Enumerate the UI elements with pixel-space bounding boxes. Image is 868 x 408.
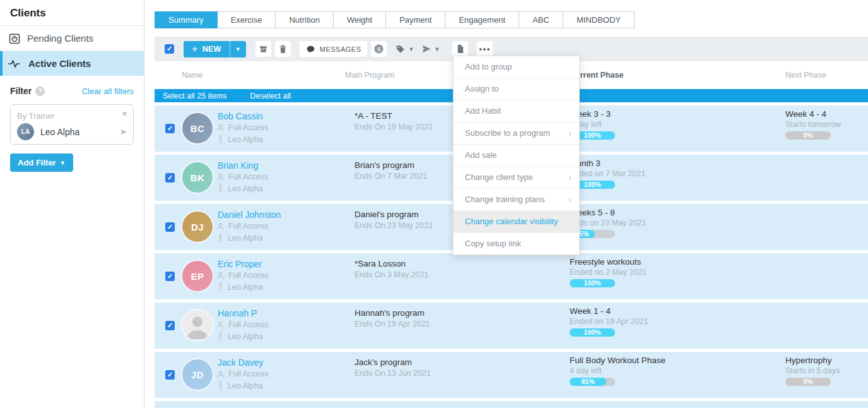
caret-down-icon: ▼ [434, 46, 440, 52]
client-name-link[interactable]: Bob Cassin [218, 111, 263, 121]
menu-item-change-client-type[interactable]: Change client type› [454, 167, 579, 189]
client-name-link[interactable]: Eric Proper [218, 259, 262, 269]
phase-title: Week 1 - 4 [570, 306, 611, 316]
menu-item-add-sale[interactable]: Add sale [454, 145, 579, 167]
tab-nutrition[interactable]: Nutrition [275, 11, 333, 28]
row-checkbox[interactable]: ✓ [165, 173, 175, 183]
menu-item-add-to-group[interactable]: Add to group [454, 56, 579, 78]
avatar[interactable]: BK [182, 162, 213, 193]
page-title: Clients [0, 0, 144, 26]
menu-item-change-training-plans[interactable]: Change training plans› [454, 189, 579, 211]
progress-bar: 0% [785, 378, 831, 386]
menu-item-assign-to[interactable]: Assign to [454, 78, 579, 100]
tab-exercise[interactable]: Exercise [217, 11, 276, 28]
menu-item-change-calendar-visibility[interactable]: Change calendar visibility [454, 211, 579, 233]
client-row: ✓EPEric ProperFull AccessLeo Alpha*Sara … [155, 253, 868, 299]
avatar[interactable]: BC [182, 113, 213, 143]
trash-icon [279, 44, 287, 54]
tab-payment[interactable]: Payment [385, 11, 445, 28]
deselect-all-link[interactable]: Deselect all [250, 92, 291, 100]
phase-subtitle: Ends on 23 May 2021 [570, 219, 647, 227]
avatar[interactable] [182, 310, 213, 340]
tab-engagement[interactable]: Engagement [445, 11, 519, 28]
more-button[interactable]: ••• [477, 41, 493, 57]
avatar[interactable]: EP [182, 261, 213, 291]
messages-button[interactable]: MESSAGES [300, 41, 368, 57]
remove-filter-icon[interactable]: × [122, 108, 127, 119]
person-icon [216, 321, 225, 329]
tab-weight[interactable]: Weight [333, 11, 386, 28]
main-program-title: Hannah's program [355, 308, 425, 318]
messages-button-label: MESSAGES [320, 45, 361, 53]
sidebar-item-pending-clients[interactable]: Pending Clients [0, 26, 144, 51]
phase-title: Freestyle workouts [570, 257, 641, 267]
client-access-label: Full Access [228, 369, 268, 378]
column-header-next-phase[interactable]: Next Phase [785, 71, 826, 80]
client-trainer-label: Leo Alpha [228, 332, 263, 341]
person-icon [216, 173, 225, 181]
tags-button[interactable]: ▼ [396, 44, 414, 54]
help-icon[interactable]: ? [35, 87, 45, 96]
clients-sidebar: Clients Pending Clients Active Clients F… [0, 0, 144, 408]
trainer-filter-card[interactable]: By Trainer × LA Leo Alpha ▶ [10, 104, 134, 145]
trainer-figure-icon [217, 381, 224, 390]
trainer-filter-value-row[interactable]: LA Leo Alpha ▶ [17, 123, 127, 140]
column-header-name[interactable]: Name [182, 71, 202, 80]
select-all-items-link[interactable]: Select all 25 items [163, 92, 226, 100]
phase-subtitle: Ended on 2 May 2021 [570, 268, 647, 277]
person-icon [216, 222, 225, 231]
client-name-link[interactable]: Hannah P [218, 308, 257, 318]
menu-item-label: Change client type [465, 172, 533, 182]
new-button[interactable]: + NEW [184, 41, 230, 57]
placeholder-avatar-icon [182, 310, 213, 340]
delete-button[interactable] [275, 41, 291, 57]
sidebar-item-label: Pending Clients [27, 33, 93, 44]
avatar[interactable]: DJ [182, 212, 213, 242]
clear-all-filters-link[interactable]: Clear all filters [82, 87, 134, 96]
menu-item-subscribe-to-a-program[interactable]: Subscribe to a program› [454, 123, 579, 145]
send-button[interactable]: ▼ [421, 44, 440, 54]
client-name-link[interactable]: Jack Davey [218, 357, 263, 368]
tab-summary[interactable]: Summary [155, 11, 218, 28]
client-access-label: Full Access [228, 123, 268, 132]
client-trainer: Leo Alpha [217, 332, 263, 341]
menu-item-add-habit[interactable]: Add Habit [454, 100, 579, 123]
main-program-title: Brian's program [355, 160, 414, 170]
pending-clients-icon [8, 32, 21, 45]
menu-item-copy-setup-link[interactable]: Copy setup link [454, 233, 579, 255]
client-name-link[interactable]: Daniel Johnston [218, 210, 281, 220]
progress-bar: 81% [570, 378, 615, 386]
row-checkbox[interactable]: ✓ [165, 222, 175, 232]
submenu-chevron-icon: › [568, 167, 572, 188]
row-checkbox[interactable]: ✓ [165, 370, 175, 380]
client-trainer-label: Leo Alpha [228, 381, 263, 390]
sidebar-item-active-clients[interactable]: Active Clients [0, 51, 144, 76]
client-access-label: Full Access [228, 271, 268, 280]
avatar[interactable]: JD [182, 359, 213, 390]
more-actions-menu: Add to groupAssign toAdd HabitSubscribe … [453, 56, 580, 255]
progress-bar: 0% [785, 131, 831, 140]
svg-text:S: S [377, 46, 381, 52]
select-all-checkbox[interactable]: ✓ [165, 44, 174, 54]
row-checkbox[interactable]: ✓ [165, 272, 175, 281]
trainer-figure-icon [217, 282, 224, 292]
client-name-link[interactable]: Brian King [218, 160, 259, 171]
tab-mindbody[interactable]: MINDBODY [563, 11, 635, 28]
phase-subtitle: 4 day left [570, 366, 602, 375]
row-checkbox[interactable]: ✓ [165, 321, 175, 330]
skype-button[interactable]: S [371, 41, 387, 57]
new-dropdown-button[interactable]: ▼ [230, 41, 246, 57]
paper-plane-icon [421, 44, 431, 54]
archive-button[interactable] [255, 41, 271, 57]
row-checkbox[interactable]: ✓ [165, 124, 175, 133]
copy-button[interactable] [452, 41, 468, 57]
client-access: Full Access [216, 369, 268, 378]
client-access: Full Access [216, 320, 268, 329]
trainer-figure-icon [217, 135, 224, 144]
add-filter-button[interactable]: Add Filter ▼ [10, 153, 73, 172]
main-program-title: Daniel's program [355, 210, 419, 219]
column-header-main-program[interactable]: Main Program [345, 71, 395, 80]
tab-abc[interactable]: ABC [519, 11, 563, 28]
activity-pulse-icon [8, 59, 22, 69]
client-trainer-label: Leo Alpha [228, 234, 263, 243]
